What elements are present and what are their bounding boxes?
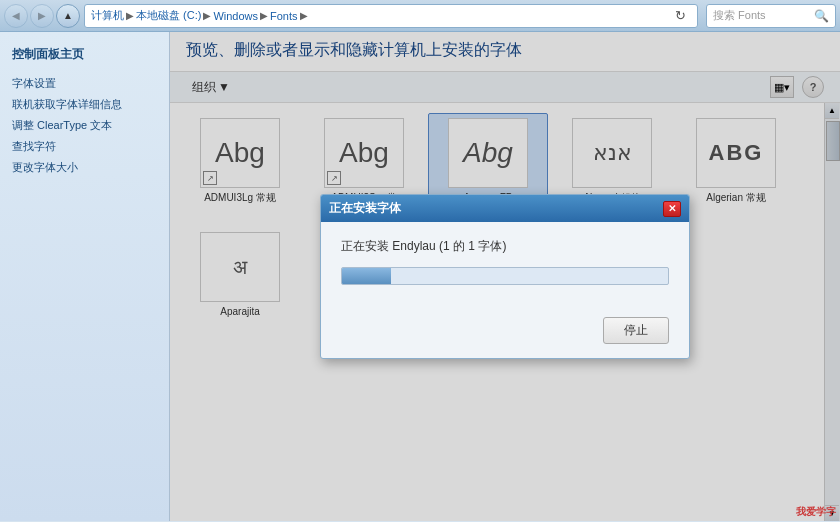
main-layout: 控制面板主页 字体设置 联机获取字体详细信息 调整 ClearType 文本 查… — [0, 32, 840, 521]
sidebar: 控制面板主页 字体设置 联机获取字体详细信息 调整 ClearType 文本 查… — [0, 32, 170, 521]
modal-close-button[interactable]: ✕ — [663, 201, 681, 217]
search-icon: 🔍 — [814, 9, 829, 23]
breadcrumb-drive[interactable]: 本地磁盘 (C:) — [136, 8, 201, 23]
stop-button[interactable]: 停止 — [603, 317, 669, 344]
breadcrumb-fonts[interactable]: Fonts — [270, 10, 298, 22]
sidebar-section-title: 控制面板主页 — [0, 42, 169, 67]
modal-message: 正在安装 Endylau (1 的 1 字体) — [341, 238, 669, 255]
modal-progress-bar-container — [341, 267, 669, 285]
breadcrumb-windows[interactable]: Windows — [213, 10, 258, 22]
sidebar-link-find-char[interactable]: 查找字符 — [0, 136, 169, 157]
close-icon: ✕ — [668, 203, 676, 214]
content-area: 预览、删除或者显示和隐藏计算机上安装的字体 组织 ▼ ▦▾ ? Abg ↗ AD… — [170, 32, 840, 521]
modal-title: 正在安装字体 — [329, 200, 401, 217]
nav-buttons: ◀ ▶ ▲ — [4, 4, 80, 28]
search-box[interactable]: 搜索 Fonts 🔍 — [706, 4, 836, 28]
title-bar: ◀ ▶ ▲ 计算机 ▶ 本地磁盘 (C:) ▶ Windows ▶ Fonts … — [0, 0, 840, 32]
sidebar-link-cleartype[interactable]: 调整 ClearType 文本 — [0, 115, 169, 136]
forward-button[interactable]: ▶ — [30, 4, 54, 28]
breadcrumb-computer[interactable]: 计算机 — [91, 8, 124, 23]
back-button[interactable]: ◀ — [4, 4, 28, 28]
address-bar[interactable]: 计算机 ▶ 本地磁盘 (C:) ▶ Windows ▶ Fonts ▶ ↻ — [84, 4, 698, 28]
modal-overlay: 正在安装字体 ✕ 正在安装 Endylau (1 的 1 字体) 停止 — [170, 32, 840, 521]
sidebar-link-font-settings[interactable]: 字体设置 — [0, 73, 169, 94]
breadcrumb: 计算机 ▶ 本地磁盘 (C:) ▶ Windows ▶ Fonts ▶ — [91, 8, 669, 23]
up-button[interactable]: ▲ — [56, 4, 80, 28]
modal-progress-fill — [342, 268, 391, 284]
install-font-dialog: 正在安装字体 ✕ 正在安装 Endylau (1 的 1 字体) 停止 — [320, 194, 690, 359]
modal-body: 正在安装 Endylau (1 的 1 字体) — [321, 222, 689, 317]
search-placeholder-text: 搜索 Fonts — [713, 8, 766, 23]
sidebar-link-change-size[interactable]: 更改字体大小 — [0, 157, 169, 178]
refresh-button[interactable]: ↻ — [669, 5, 691, 27]
modal-footer: 停止 — [321, 317, 689, 358]
modal-titlebar: 正在安装字体 ✕ — [321, 195, 689, 222]
sidebar-link-online-fonts[interactable]: 联机获取字体详细信息 — [0, 94, 169, 115]
